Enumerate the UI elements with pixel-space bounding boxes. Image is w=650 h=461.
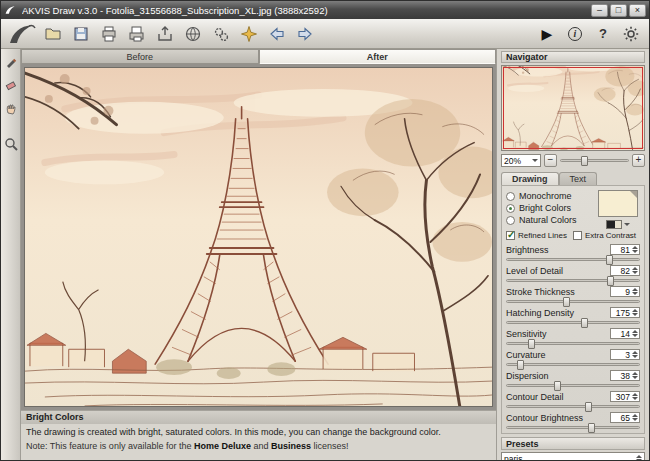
save-image-button[interactable] — [69, 22, 93, 46]
spinner-arrows-icon[interactable] — [632, 288, 638, 295]
navigator-thumbnail[interactable] — [501, 65, 645, 151]
checkbox-refined-lines[interactable]: Refined Lines — [506, 231, 567, 240]
next-arrow-button[interactable] — [293, 22, 317, 46]
slider-thumb[interactable] — [528, 339, 535, 349]
extra-contrast-label: Extra Contrast — [585, 231, 636, 240]
navigator-header: Navigator — [501, 51, 645, 63]
minimize-button[interactable]: – — [591, 4, 608, 17]
slider-track[interactable] — [506, 363, 640, 366]
print-sheet-button[interactable] — [125, 22, 149, 46]
slider-value: 38 — [612, 371, 630, 381]
tab-before[interactable]: Before — [21, 49, 259, 64]
brush-tool-button[interactable] — [3, 54, 19, 70]
hand-tool-button[interactable] — [3, 100, 19, 116]
hint-note: Note: This feature is only available for… — [21, 437, 496, 451]
slider-thumb[interactable] — [517, 360, 524, 370]
checkbox-icon — [573, 231, 582, 240]
slider-thumb[interactable] — [585, 402, 592, 412]
help-button[interactable]: ? — [591, 22, 615, 46]
spinner-arrows-icon[interactable] — [632, 372, 638, 379]
value-spinner[interactable]: 9 — [610, 286, 640, 297]
spinner-arrows-icon[interactable] — [632, 330, 638, 337]
value-spinner[interactable]: 3 — [610, 349, 640, 360]
swatch-fold-icon — [630, 191, 637, 198]
tab-after[interactable]: After — [259, 49, 497, 64]
value-spinner[interactable]: 14 — [610, 328, 640, 339]
tab-after-label: After — [367, 52, 388, 62]
slider-value: 175 — [612, 308, 630, 318]
slider-track[interactable] — [506, 384, 640, 387]
spinner-arrows-icon[interactable] — [632, 309, 638, 316]
zoom-in-button[interactable]: + — [632, 154, 645, 167]
zoom-combobox[interactable]: 20% — [501, 154, 541, 167]
panel-tabs: Drawing Text — [501, 172, 645, 185]
value-spinner[interactable]: 175 — [610, 307, 640, 318]
slider-track[interactable] — [506, 426, 640, 429]
zoom-slider-track[interactable] — [560, 159, 629, 162]
spinner-arrows-icon[interactable] — [632, 393, 638, 400]
background-color-chip[interactable] — [606, 220, 622, 229]
publish-button[interactable] — [181, 22, 205, 46]
app-icon — [4, 3, 18, 17]
tool-strip — [1, 49, 21, 460]
zoom-slider-thumb[interactable] — [581, 156, 588, 166]
value-spinner[interactable]: 38 — [610, 370, 640, 381]
slider-track[interactable] — [506, 342, 640, 345]
zoom-out-button[interactable]: − — [544, 154, 557, 167]
print-button[interactable] — [97, 22, 121, 46]
options-row: Refined Lines Extra Contrast — [506, 231, 640, 240]
radio-monochrome[interactable]: Monochrome — [506, 190, 594, 202]
tab-drawing[interactable]: Drawing — [501, 172, 559, 185]
slider-thumb[interactable] — [606, 255, 613, 265]
slider-brightness: Brightness81 — [506, 244, 640, 261]
slider-track[interactable] — [506, 258, 640, 261]
slider-thumb[interactable] — [581, 318, 588, 328]
spinner-arrows-icon[interactable] — [632, 351, 638, 358]
effects-button[interactable] — [237, 22, 261, 46]
slider-thumb[interactable] — [554, 381, 561, 391]
background-color-swatch[interactable] — [598, 190, 638, 217]
spinner-arrows-icon[interactable] — [632, 414, 638, 421]
eraser-tool-button[interactable] — [3, 77, 19, 93]
slider-value: 65 — [612, 413, 630, 423]
slider-dispersion: Dispersion38 — [506, 370, 640, 387]
value-spinner[interactable]: 307 — [610, 391, 640, 402]
radio-natural-colors[interactable]: Natural Colors — [506, 214, 594, 226]
close-button[interactable]: × — [629, 4, 646, 17]
slider-thumb[interactable] — [563, 297, 570, 307]
previous-arrow-button[interactable] — [265, 22, 289, 46]
value-spinner[interactable]: 81 — [610, 244, 640, 255]
drawing-parameters: Monochrome Bright Colors Natural Colors … — [501, 185, 645, 434]
slider-thumb[interactable] — [607, 276, 614, 286]
spinner-arrows-icon[interactable] — [632, 267, 638, 274]
slider-track[interactable] — [506, 279, 640, 282]
navigator-preview — [502, 66, 644, 150]
slider-track[interactable] — [506, 321, 640, 324]
slider-value: 307 — [612, 392, 630, 402]
titlebar: AKVIS Draw v.3.0 - Fotolia_31556688_Subs… — [1, 1, 649, 19]
batch-processing-button[interactable] — [209, 22, 233, 46]
help-icon: ? — [599, 26, 607, 41]
preset-combobox[interactable]: paris — [501, 452, 645, 460]
run-button[interactable]: ▶ — [535, 22, 559, 46]
slider-value: 82 — [612, 266, 630, 276]
radio-bright-colors[interactable]: Bright Colors — [506, 202, 594, 214]
slider-track[interactable] — [506, 300, 640, 303]
maximize-button[interactable]: □ — [610, 4, 627, 17]
about-button[interactable]: i — [563, 22, 587, 46]
slider-thumb[interactable] — [588, 423, 595, 433]
value-spinner[interactable]: 82 — [610, 265, 640, 276]
chevron-down-icon — [624, 223, 630, 226]
open-image-button[interactable] — [41, 22, 65, 46]
zoom-tool-button[interactable] — [3, 136, 19, 152]
checkbox-extra-contrast[interactable]: Extra Contrast — [573, 231, 636, 240]
slider-track[interactable] — [506, 405, 640, 408]
preferences-button[interactable] — [619, 22, 643, 46]
tab-text[interactable]: Text — [559, 172, 598, 185]
value-spinner[interactable]: 65 — [610, 412, 640, 423]
slider-hatching-density: Hatching Density175 — [506, 307, 640, 324]
share-button[interactable] — [153, 22, 177, 46]
result-image[interactable] — [24, 67, 493, 407]
slider-label: Contour Detail — [506, 392, 564, 402]
spinner-arrows-icon[interactable] — [632, 246, 638, 253]
